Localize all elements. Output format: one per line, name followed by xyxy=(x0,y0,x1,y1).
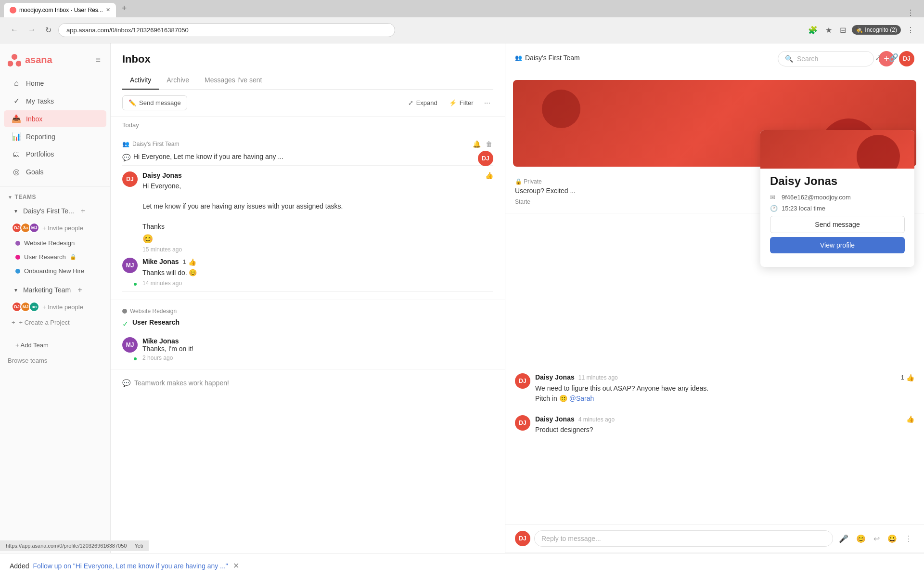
filter-btn[interactable]: ⚡ Filter xyxy=(445,96,477,109)
reply-more-btn[interactable]: ⋮ xyxy=(903,532,914,545)
like-btn-2[interactable]: 👍 xyxy=(188,258,196,266)
more-options-btn[interactable]: ··· xyxy=(481,97,493,109)
forward-btn[interactable]: → xyxy=(25,24,38,36)
thread-avatar-dj: DJ xyxy=(122,171,138,187)
address-bar[interactable] xyxy=(58,23,395,37)
tab-archive[interactable]: Archive xyxy=(159,71,197,90)
rp-expand-btn[interactable]: ⤢ xyxy=(873,51,883,64)
rp-more-btn[interactable]: ··· xyxy=(904,51,914,64)
reply-input-area: DJ 🎤 😊 ↩ 😀 ⋮ xyxy=(505,524,924,552)
thread-like-btn-1[interactable]: 👍 xyxy=(485,171,493,179)
project-onboarding-label: Onboarding New Hire xyxy=(24,267,84,275)
browser-actions: 🧩 ★ ⊟ 🕵 Incognito (2) ⋮ xyxy=(806,24,916,37)
reply-record-btn[interactable]: 🎤 xyxy=(837,532,850,545)
browser-chrome: moodjoy.com Inbox - User Res... ✕ + ⋮ ← … xyxy=(0,0,924,43)
toast-close-btn[interactable]: ✕ xyxy=(232,560,240,571)
incognito-badge[interactable]: 🕵 Incognito (2) xyxy=(852,25,901,35)
sidebar-nav-goals[interactable]: ◎ Goals xyxy=(4,163,106,180)
svg-point-1 xyxy=(8,60,13,66)
tab-activity[interactable]: Activity xyxy=(122,71,159,90)
profile-send-message-btn[interactable]: Send message xyxy=(770,216,905,233)
thread-item-1: DJ Daisy Jonas 👍 Hi Everyone, Let me kno… xyxy=(122,171,493,253)
sidebar-create-project[interactable]: + + Create a Project xyxy=(0,315,110,330)
sidebar-team2-header[interactable]: ▼ Marketing Team + xyxy=(4,282,106,298)
sidebar-team2-members[interactable]: DJ MJ ao + Invite people xyxy=(0,299,110,315)
split-screen-icon[interactable]: ⊟ xyxy=(838,24,848,37)
sidebar-browse-teams[interactable]: Browse teams xyxy=(0,352,110,369)
reply-emoji-picker-btn[interactable]: 😊 xyxy=(854,532,868,545)
sidebar-nav-portfolios[interactable]: 🗂 Portfolios xyxy=(4,146,106,162)
bookmark-icon[interactable]: ★ xyxy=(823,24,834,37)
sidebar-nav-reporting[interactable]: 📊 Reporting xyxy=(4,128,106,145)
sidebar-team2-add-btn[interactable]: + xyxy=(76,286,84,294)
sidebar-project-user-research[interactable]: User Research 🔒 xyxy=(4,250,106,263)
rp-post-meta-text: Starte xyxy=(515,198,530,205)
browser-menu-icon[interactable]: ⋮ xyxy=(905,24,916,37)
msg-1-archive-btn[interactable]: 🗑 xyxy=(485,139,493,149)
sidebar-project-onboarding[interactable]: Onboarding New Hire xyxy=(4,264,106,277)
back-btn[interactable]: ← xyxy=(8,24,21,36)
team1-invite-label[interactable]: + Invite people xyxy=(42,224,83,232)
sidebar-add-team[interactable]: + Add Team xyxy=(4,339,106,352)
rp-msg-2-like-btn[interactable]: 👍 xyxy=(906,415,914,423)
sidebar-nav-my-tasks[interactable]: ✓ My Tasks xyxy=(4,92,106,109)
notification-header-2: Website Redesign xyxy=(122,308,493,315)
sidebar-menu-btn[interactable]: ≡ xyxy=(93,53,103,67)
reply-smiley-btn[interactable]: 😀 xyxy=(886,532,899,545)
portfolios-icon: 🗂 xyxy=(12,150,21,158)
sidebar-nav-inbox[interactable]: 📥 Inbox xyxy=(4,110,106,127)
my-tasks-icon: ✓ xyxy=(12,96,21,105)
sidebar-divider xyxy=(0,186,110,187)
refresh-btn[interactable]: ↻ xyxy=(42,24,54,37)
tab-close-btn[interactable]: ✕ xyxy=(106,7,110,13)
sidebar-nav-home[interactable]: ⌂ Home xyxy=(4,75,106,92)
rp-msg-1-like-btn[interactable]: 👍 xyxy=(906,374,914,381)
rp-post-title-suffix: oup? Excited ... xyxy=(529,187,576,195)
sidebar-nav-home-label: Home xyxy=(26,79,44,87)
msg-1-bell-btn[interactable]: 🔔 xyxy=(472,139,482,149)
inbox-panel: Inbox Activity Archive Messages I've sen… xyxy=(111,43,924,578)
sidebar-nav-portfolios-label: Portfolios xyxy=(26,150,54,158)
expand-label: Expand xyxy=(416,99,437,106)
browser-tab-active[interactable]: moodjoy.com Inbox - User Res... ✕ xyxy=(4,3,116,17)
browser-window-controls[interactable]: ⋮ xyxy=(901,8,920,17)
private-label-text: 🔒 xyxy=(515,178,524,185)
status-dot-mj xyxy=(133,282,138,287)
reply-input[interactable] xyxy=(534,530,833,547)
main-content: 🔍 + DJ Inbox Activity Archive Messages I… xyxy=(111,43,924,578)
project-website-redesign-label: Website Redesign xyxy=(24,239,75,247)
message-card-2[interactable]: Website Redesign ✓ User Research MJ xyxy=(111,300,505,369)
team2-invite-label[interactable]: + Invite people xyxy=(42,303,83,311)
send-message-btn[interactable]: ✏️ Send message xyxy=(122,95,187,110)
sidebar-project-website-redesign[interactable]: Website Redesign xyxy=(4,236,106,250)
right-panel-team-name: Daisy's First Team xyxy=(525,54,580,62)
profile-name: Daisy Jonas xyxy=(770,174,905,188)
sidebar-team1-collapse[interactable]: ▼ xyxy=(13,209,18,214)
sidebar-team2-collapse[interactable]: ▼ xyxy=(13,288,18,293)
right-panel-body: 🔒 Private Useroup? Excited ... Starte xyxy=(505,72,924,524)
message-card-1[interactable]: 👥 Daisy's First Team 🔔 🗑 💬 Hi Everyone, … xyxy=(111,131,505,300)
app-container: asana ≡ ⌂ Home ✓ My Tasks 📥 Inbox 📊 Repo… xyxy=(0,43,924,578)
extensions-icon[interactable]: 🧩 xyxy=(806,24,820,37)
toast-link[interactable]: Follow up on "Hi Everyone, Let me know i… xyxy=(33,562,228,570)
new-tab-btn[interactable]: + xyxy=(118,1,131,15)
reply-reaction-btn[interactable]: ↩ xyxy=(872,532,882,545)
sidebar-team1-header[interactable]: ▼ Daisy's First Te... + xyxy=(4,203,106,219)
profile-view-profile-btn[interactable]: View profile xyxy=(770,237,905,253)
rp-msg-1-like-count: 1 xyxy=(901,374,904,381)
profile-popup-header-img xyxy=(760,130,914,169)
thread-content-1: Daisy Jonas 👍 Hi Everyone, Let me know i… xyxy=(142,171,493,253)
thread2-time: 2 hours ago xyxy=(142,355,193,361)
private-label-value: Private xyxy=(524,178,541,185)
goals-icon: ◎ xyxy=(12,167,21,176)
incognito-icon: 🕵 xyxy=(856,26,863,33)
rp-link-btn[interactable]: 🔗 xyxy=(887,51,900,64)
project-dot-user-research xyxy=(15,255,20,260)
sidebar-team1-members[interactable]: DJ 3a MJ + Invite people xyxy=(0,220,110,236)
teams-toggle[interactable]: ▼ xyxy=(8,195,13,200)
expand-btn[interactable]: ⤢ Expand xyxy=(404,96,441,109)
tab-messages-sent[interactable]: Messages I've sent xyxy=(197,71,270,90)
sidebar-logo-text: asana xyxy=(25,54,52,66)
rp-msg-2-text: Product designers? xyxy=(535,425,914,435)
sidebar-team1-add-btn[interactable]: + xyxy=(79,207,87,215)
